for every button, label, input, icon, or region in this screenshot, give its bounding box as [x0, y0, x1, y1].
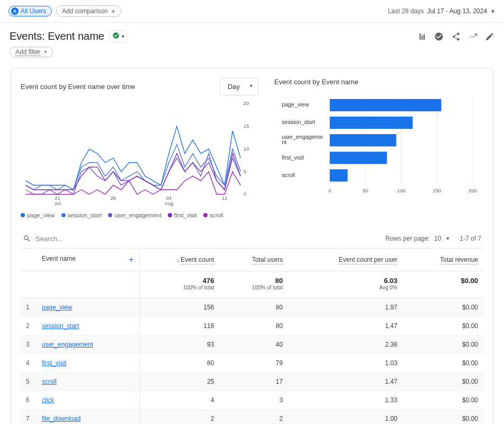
table-row[interactable]: 1page_view156801.97$0.00	[21, 298, 483, 317]
svg-text:20: 20	[244, 102, 249, 106]
svg-text:0: 0	[328, 188, 331, 193]
bar-chart[interactable]: 050100150200page_viewsession_startuser_e…	[274, 92, 483, 196]
event-link[interactable]: user_engagement	[42, 341, 93, 348]
edit-icon[interactable]	[485, 32, 494, 41]
event-link[interactable]: first_visit	[42, 359, 67, 367]
chevron-down-icon: ▼	[490, 8, 496, 14]
table-row[interactable]: 7file_download221.00$0.00	[21, 410, 483, 425]
segment-badge: A	[11, 7, 19, 15]
line-chart-title: Event count by Event name over time	[21, 83, 135, 91]
table-search[interactable]	[23, 234, 385, 243]
summary-row: 476100% of total80100% of total6.03Avg 0…	[21, 271, 483, 298]
svg-text:0: 0	[244, 191, 246, 197]
page-title: Events: Event name	[10, 30, 104, 42]
event-link[interactable]: session_start	[42, 322, 79, 330]
report-card: Event count by Event name over time Day …	[11, 68, 493, 424]
col-revenue[interactable]: Total revenue	[403, 249, 483, 271]
event-link[interactable]: page_view	[42, 304, 72, 311]
share-icon[interactable]	[451, 32, 461, 41]
svg-text:50: 50	[363, 188, 368, 193]
add-comparison-chip[interactable]: Add comparison +	[56, 5, 121, 17]
status-chip[interactable]: ▼	[109, 30, 128, 42]
event-link[interactable]: click	[42, 396, 54, 404]
search-icon	[23, 234, 31, 243]
page-info: 1-7 of 7	[460, 235, 481, 242]
data-table-section: Rows per page: 10 ▼ 1-7 of 7 Event name …	[21, 229, 483, 424]
svg-text:scroll: scroll	[282, 172, 295, 178]
bar-chart-panel: Event count by Event name 050100150200pa…	[274, 78, 483, 218]
svg-text:first_visit: first_visit	[282, 154, 304, 161]
legend-dot-icon	[108, 213, 112, 217]
legend-dot-icon	[203, 213, 208, 217]
add-filter-label: Add filter	[15, 48, 40, 56]
svg-rect-23	[330, 117, 413, 129]
customize-report-icon[interactable]	[417, 32, 427, 41]
svg-text:100: 100	[397, 188, 406, 193]
legend-dot-icon	[21, 213, 25, 217]
col-event-count[interactable]: ↓Event count	[139, 249, 219, 271]
trend-icon[interactable]	[468, 32, 478, 41]
insights-icon[interactable]	[434, 32, 444, 41]
granularity-select[interactable]: Day	[220, 78, 258, 95]
event-link[interactable]: file_download	[42, 415, 80, 422]
data-table: Event name + ↓Event count Total users Ev…	[21, 249, 483, 424]
table-row[interactable]: 6click431.33$0.00	[21, 391, 483, 410]
search-input[interactable]	[35, 235, 385, 243]
svg-text:11: 11	[222, 196, 227, 201]
svg-rect-21	[330, 99, 442, 111]
legend-dot-icon	[61, 213, 66, 217]
legend-item[interactable]: user_engagement	[108, 212, 161, 218]
rows-per-page-label: Rows per page:	[385, 235, 430, 242]
svg-text:150: 150	[433, 188, 442, 193]
line-chart[interactable]: 0510152021Jul2804Aug11	[21, 102, 258, 208]
col-total-users[interactable]: Total users	[219, 249, 288, 271]
svg-text:user_engageme: user_engageme	[282, 134, 323, 140]
col-event-name[interactable]: Event name +	[37, 249, 139, 271]
add-filter-chip[interactable]: Add filter +	[10, 47, 53, 57]
svg-rect-30	[330, 169, 348, 181]
add-dimension-icon[interactable]: +	[129, 255, 133, 264]
top-bar: A All Users Add comparison + Last 28 day…	[0, 0, 504, 23]
date-range-picker[interactable]: Last 28 days Jul 17 - Aug 13, 2024 ▼	[388, 7, 496, 15]
svg-text:15: 15	[244, 123, 249, 129]
svg-text:nt: nt	[282, 139, 286, 145]
check-circle-icon	[112, 32, 120, 41]
svg-text:5: 5	[244, 169, 246, 174]
svg-text:10: 10	[244, 146, 249, 152]
svg-rect-28	[330, 152, 387, 164]
date-prefix: Last 28 days	[388, 7, 424, 15]
segment-label: All Users	[21, 7, 46, 15]
legend-item[interactable]: page_view	[21, 212, 55, 218]
legend-dot-icon	[168, 213, 172, 217]
col-ecpu[interactable]: Event count per user	[288, 249, 402, 271]
table-controls: Rows per page: 10 ▼ 1-7 of 7	[21, 229, 483, 249]
svg-rect-25	[330, 134, 397, 146]
date-range-text: Jul 17 - Aug 13, 2024	[427, 7, 487, 15]
table-row[interactable]: 4first_visit80791.03$0.00	[21, 354, 483, 373]
line-chart-panel: Event count by Event name over time Day …	[21, 78, 258, 218]
chevron-down-icon: ▼	[445, 236, 450, 241]
segment-chip-all-users[interactable]: A All Users	[8, 6, 52, 16]
legend-item[interactable]: first_visit	[168, 212, 197, 218]
legend-item[interactable]: session_start	[61, 212, 102, 218]
event-link[interactable]: scroll	[42, 378, 57, 385]
plus-icon: +	[43, 48, 47, 56]
chevron-down-icon: ▼	[121, 34, 125, 39]
rows-per-page-select[interactable]: Rows per page: 10 ▼	[385, 235, 450, 242]
filter-row: Add filter +	[0, 47, 504, 63]
table-row[interactable]: 3user_engagement93402.38$0.00	[21, 335, 483, 354]
top-bar-left: A All Users Add comparison +	[8, 5, 121, 17]
plus-icon: +	[111, 7, 115, 15]
add-comparison-label: Add comparison	[62, 7, 108, 15]
table-row[interactable]: 2session_start116801.47$0.00	[21, 317, 483, 335]
svg-text:Jul: Jul	[55, 201, 61, 206]
svg-text:session_start: session_start	[282, 119, 315, 125]
svg-text:200: 200	[469, 188, 478, 193]
table-row[interactable]: 5scroll25171.47$0.00	[21, 373, 483, 391]
title-actions	[417, 32, 494, 41]
svg-text:page_view: page_view	[282, 101, 309, 108]
bar-chart-title: Event count by Event name	[274, 78, 358, 86]
legend-item[interactable]: scroll	[203, 212, 223, 218]
svg-text:28: 28	[111, 196, 116, 201]
sort-down-icon: ↓	[177, 257, 180, 263]
